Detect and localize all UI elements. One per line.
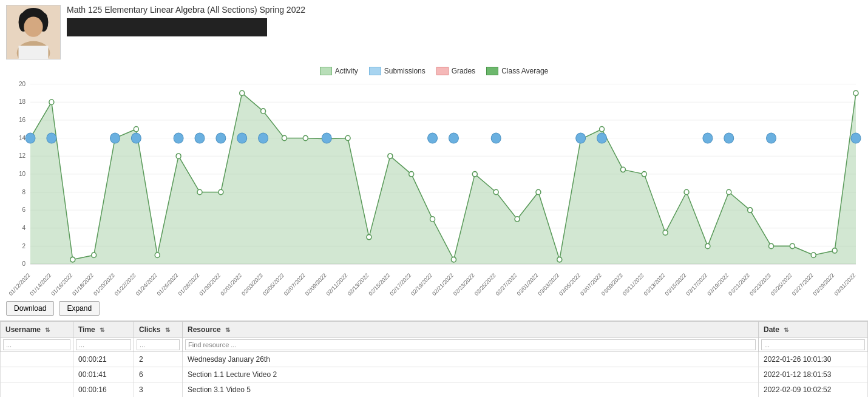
svg-point-79 <box>237 133 247 143</box>
sort-resource-icon: ⇅ <box>225 327 230 333</box>
table-body: 00:00:212Wednesday January 26th2022-01-2… <box>1 352 868 398</box>
svg-point-52 <box>451 257 456 262</box>
table-filter-row <box>1 338 868 352</box>
legend-grades-label: Grades <box>452 67 475 75</box>
cell-time: 00:00:16 <box>73 382 134 398</box>
svg-text:01/24/2022: 01/24/2022 <box>135 272 158 296</box>
svg-point-77 <box>195 133 205 143</box>
svg-rect-8 <box>19 46 49 59</box>
svg-point-68 <box>790 243 795 248</box>
svg-point-76 <box>174 133 183 143</box>
svg-text:02/05/2022: 02/05/2022 <box>262 272 285 296</box>
col-header-username[interactable]: Username ⇅ <box>1 322 73 338</box>
legend-class-average-icon <box>486 67 498 75</box>
cell-resource: Wednesday January 26th <box>183 352 759 367</box>
svg-point-74 <box>110 133 120 143</box>
svg-point-45 <box>303 135 308 140</box>
svg-point-84 <box>491 133 501 143</box>
svg-text:18: 18 <box>19 98 25 105</box>
svg-text:02/13/2022: 02/13/2022 <box>347 272 370 296</box>
cell-date: 2022-01-12 18:01:53 <box>759 367 868 382</box>
download-button[interactable]: Download <box>6 301 54 316</box>
filter-date-input[interactable] <box>761 339 865 350</box>
legend-submissions: Submissions <box>369 67 426 75</box>
svg-point-88 <box>724 133 734 143</box>
col-header-clicks[interactable]: Clicks ⇅ <box>134 322 183 338</box>
course-title: Math 125 Elementary Linear Algebra (All … <box>67 5 305 15</box>
svg-text:8: 8 <box>22 188 25 195</box>
expand-button[interactable]: Expand <box>59 301 100 316</box>
svg-text:03/03/2022: 03/03/2022 <box>537 272 561 296</box>
svg-point-89 <box>767 133 776 143</box>
table-row: 00:00:212Wednesday January 26th2022-01-2… <box>1 352 868 367</box>
svg-text:01/12/2022: 01/12/2022 <box>8 272 32 296</box>
svg-text:02/01/2022: 02/01/2022 <box>219 272 243 296</box>
svg-text:03/17/2022: 03/17/2022 <box>685 272 709 296</box>
svg-point-75 <box>131 133 141 143</box>
sort-username-icon: ⇅ <box>45 327 50 333</box>
svg-text:03/21/2022: 03/21/2022 <box>727 272 751 296</box>
svg-point-35 <box>92 253 97 257</box>
sort-time-icon: ⇅ <box>100 327 104 333</box>
svg-text:02/15/2022: 02/15/2022 <box>368 272 392 296</box>
filter-clicks-input[interactable] <box>137 339 180 350</box>
svg-text:01/28/2022: 01/28/2022 <box>177 272 201 296</box>
legend-class-average: Class Average <box>486 67 548 75</box>
data-table: Username ⇅ Time ⇅ Clicks ⇅ Resource ⇅ Da… <box>0 321 868 397</box>
svg-point-78 <box>216 133 226 143</box>
svg-text:02/11/2022: 02/11/2022 <box>325 272 349 296</box>
svg-point-39 <box>176 154 181 158</box>
svg-text:03/05/2022: 03/05/2022 <box>558 272 581 296</box>
svg-text:02/09/2022: 02/09/2022 <box>304 272 328 296</box>
svg-text:02/07/2022: 02/07/2022 <box>283 272 307 296</box>
svg-point-7 <box>24 17 42 37</box>
svg-point-40 <box>197 189 202 194</box>
filter-clicks-cell <box>134 338 183 352</box>
cell-date: 2022-02-09 10:02:52 <box>759 382 868 398</box>
svg-point-90 <box>851 133 861 143</box>
filter-resource-input[interactable] <box>185 339 756 350</box>
cell-resource: Section 3.1 Video 5 <box>183 382 759 398</box>
svg-point-42 <box>240 90 245 95</box>
col-header-resource[interactable]: Resource ⇅ <box>183 322 759 338</box>
svg-text:0: 0 <box>22 260 25 267</box>
chart-container: 0 2 4 6 8 10 12 14 16 18 20 <box>6 78 862 296</box>
svg-point-33 <box>49 100 54 104</box>
svg-point-85 <box>576 133 586 143</box>
svg-text:02/27/2022: 02/27/2022 <box>495 272 518 296</box>
svg-point-83 <box>449 133 458 143</box>
filter-username-input[interactable] <box>3 339 70 350</box>
svg-point-57 <box>557 257 562 262</box>
filter-time-input[interactable] <box>76 339 131 350</box>
svg-text:6: 6 <box>22 206 25 213</box>
svg-text:01/16/2022: 01/16/2022 <box>50 272 73 296</box>
x-axis-labels: 01/12/2022 01/14/2022 01/16/2022 01/18/2… <box>8 272 857 296</box>
svg-text:01/22/2022: 01/22/2022 <box>114 272 137 296</box>
legend-activity-label: Activity <box>335 67 358 75</box>
svg-point-55 <box>515 217 520 222</box>
data-table-wrapper: Username ⇅ Time ⇅ Clicks ⇅ Resource ⇅ Da… <box>0 321 868 397</box>
legend-submissions-label: Submissions <box>384 67 426 75</box>
svg-text:10: 10 <box>19 171 25 177</box>
header-info: Math 125 Elementary Linear Algebra (All … <box>67 5 305 36</box>
legend-grades-icon <box>436 67 449 75</box>
col-header-time[interactable]: Time ⇅ <box>73 322 134 338</box>
svg-point-64 <box>705 243 710 248</box>
cell-time: 00:00:21 <box>73 352 134 367</box>
svg-text:02/25/2022: 02/25/2022 <box>473 272 497 296</box>
svg-point-48 <box>367 234 371 239</box>
svg-text:16: 16 <box>19 117 25 123</box>
svg-point-66 <box>748 208 753 212</box>
header: Math 125 Elementary Linear Algebra (All … <box>0 0 868 64</box>
svg-text:03/25/2022: 03/25/2022 <box>770 272 793 296</box>
svg-point-60 <box>620 167 625 172</box>
col-header-date[interactable]: Date ⇅ <box>759 322 868 338</box>
svg-text:03/29/2022: 03/29/2022 <box>812 272 836 296</box>
svg-text:03/11/2022: 03/11/2022 <box>622 272 645 296</box>
cell-date: 2022-01-26 10:01:30 <box>759 352 868 367</box>
cell-username <box>1 367 73 382</box>
svg-point-49 <box>388 154 393 158</box>
sort-clicks-icon: ⇅ <box>165 327 170 333</box>
svg-text:03/09/2022: 03/09/2022 <box>600 272 624 296</box>
svg-point-61 <box>642 172 646 177</box>
